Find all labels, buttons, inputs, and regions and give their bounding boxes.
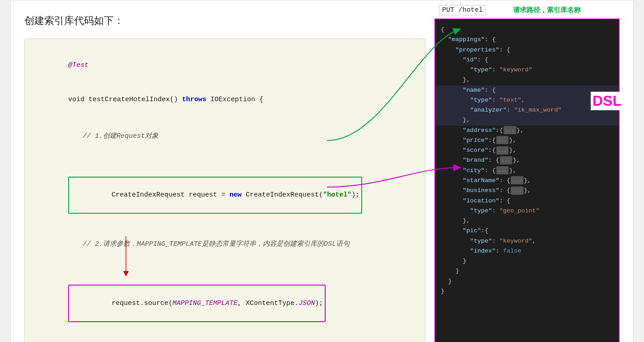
collapsed-city: ... — [496, 166, 509, 174]
create-request-box: CreateIndexRequest request = new CreateI… — [68, 177, 362, 214]
json-line-20: "pic":{ — [441, 226, 613, 236]
request-source-box: request.source(MAPPING_TEMPLATE, XConten… — [68, 285, 326, 322]
json-line-10: "address":{...}, — [441, 126, 613, 136]
create-request-line: CreateIndexRequest request = new CreateI… — [36, 154, 414, 225]
annotation-line: @Test — [36, 48, 414, 83]
method-void: void testCreateHotelIndex() — [68, 96, 182, 103]
dsl-label: DSL — [591, 92, 623, 110]
collapsed-business: ... — [511, 187, 523, 195]
method-sig2: IOException { — [206, 96, 263, 103]
json-line-0: { — [441, 25, 613, 35]
json-line-15: "starName": {...}, — [441, 176, 613, 186]
request-source-line: request.source(MAPPING_TEMPLATE, XConten… — [36, 262, 414, 333]
json-line-2: "properties": { — [441, 45, 613, 55]
collapsed-score: ... — [496, 146, 509, 155]
json-line-18: "type": "geo_point" — [441, 206, 613, 216]
comment1: // 1.创建Request对象 — [83, 132, 159, 140]
json-line-26: } — [441, 286, 613, 296]
page-container: 创建索引库代码如下： @Test void testCreateHotelInd… — [10, 0, 634, 342]
new-keyword: new — [229, 191, 242, 199]
comment1-line: // 1.创建Request对象 — [36, 119, 414, 154]
mapping-template: MAPPING_TEMPLATE — [173, 300, 238, 307]
json-line-12: "score":{...}, — [441, 145, 613, 155]
req-source2: , XContentType. — [238, 300, 299, 307]
json-line-25: } — [441, 276, 613, 286]
json-line-16: "business": {...}, — [441, 186, 613, 196]
json-line-24: } — [441, 266, 613, 276]
json-line-1: "mappings": { — [441, 35, 613, 45]
json-line-4: "type": "keyword" — [441, 65, 613, 75]
right-panel: PUT /hotel 请求路径，索引库名称 DSL { "mappings": … — [434, 19, 620, 342]
json-field: JSON — [299, 300, 315, 307]
json-line-5: }, — [441, 75, 613, 85]
json-line-19: }, — [441, 216, 613, 226]
create-class: CreateIndexRequest request = — [112, 191, 229, 199]
collapsed-address: ... — [504, 126, 516, 134]
collapsed-price: ... — [496, 136, 509, 144]
json-line-17: "location": { — [441, 196, 613, 206]
collapsed-brand: ... — [500, 156, 513, 164]
code-block: @Test void testCreateHotelIndex() throws… — [24, 38, 425, 342]
create-end: ); — [351, 191, 359, 199]
comment2: // 2.请求参数，MAPPING_TEMPLATE是静态常量字符串，内容是创建… — [83, 240, 350, 248]
json-line-14: "city": {...}, — [441, 166, 613, 176]
put-label: PUT /hotel — [439, 5, 486, 15]
json-line-23: } — [441, 256, 613, 266]
req-label: 请求路径，索引库名称 — [513, 6, 581, 14]
json-code: { "mappings": { "properties": { "id": { … — [435, 23, 619, 298]
json-line-13: "brand": {...}, — [441, 155, 613, 165]
page-heading: 创建索引库代码如下： — [24, 14, 425, 28]
annotation-test: @Test — [68, 61, 89, 69]
json-line-11: "price":{...}, — [441, 136, 613, 145]
right-header: PUT /hotel 请求路径，索引库名称 — [435, 4, 619, 16]
method-sig-line: void testCreateHotelIndex() throws IOExc… — [36, 83, 414, 117]
json-line-22: "index": false — [441, 246, 613, 256]
method-throws: throws — [182, 96, 206, 103]
json-line-3: "id": { — [441, 55, 613, 65]
comment2-line: // 2.请求参数，MAPPING_TEMPLATE是静态常量字符串，内容是创建… — [36, 227, 414, 262]
left-panel: 创建索引库代码如下： @Test void testCreateHotelInd… — [24, 14, 425, 342]
req-source1: request.source( — [112, 300, 173, 307]
hotel-string: "hotel" — [323, 191, 351, 199]
comment3-line: // 3.发起请求 — [36, 335, 414, 342]
req-source-end: ); — [315, 300, 323, 307]
json-line-9: }, — [435, 115, 619, 125]
collapsed-starname: ... — [511, 176, 523, 184]
create-class2: CreateIndexRequest( — [242, 191, 323, 199]
json-line-21: "type": "keyword", — [441, 236, 613, 246]
